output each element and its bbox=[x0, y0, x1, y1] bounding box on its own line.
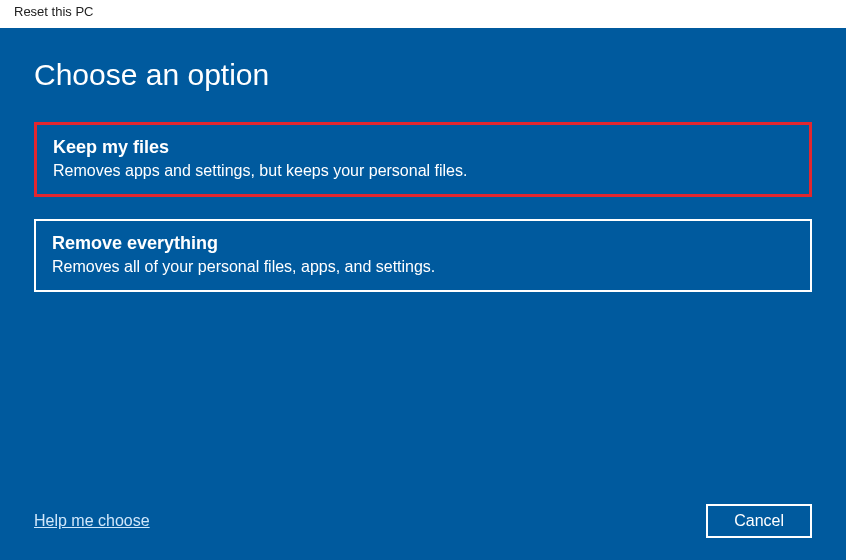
option-remove-everything[interactable]: Remove everything Removes all of your pe… bbox=[34, 219, 812, 292]
option-remove-title: Remove everything bbox=[52, 233, 794, 254]
option-keep-desc: Removes apps and settings, but keeps you… bbox=[53, 162, 793, 180]
option-remove-desc: Removes all of your personal files, apps… bbox=[52, 258, 794, 276]
help-me-choose-link[interactable]: Help me choose bbox=[34, 512, 150, 530]
option-keep-title: Keep my files bbox=[53, 137, 793, 158]
footer: Help me choose Cancel bbox=[34, 504, 812, 538]
page-title: Choose an option bbox=[34, 58, 812, 92]
main-panel: Choose an option Keep my files Removes a… bbox=[0, 28, 846, 560]
cancel-button[interactable]: Cancel bbox=[706, 504, 812, 538]
window-title: Reset this PC bbox=[0, 0, 846, 28]
option-keep-my-files[interactable]: Keep my files Removes apps and settings,… bbox=[34, 122, 812, 197]
